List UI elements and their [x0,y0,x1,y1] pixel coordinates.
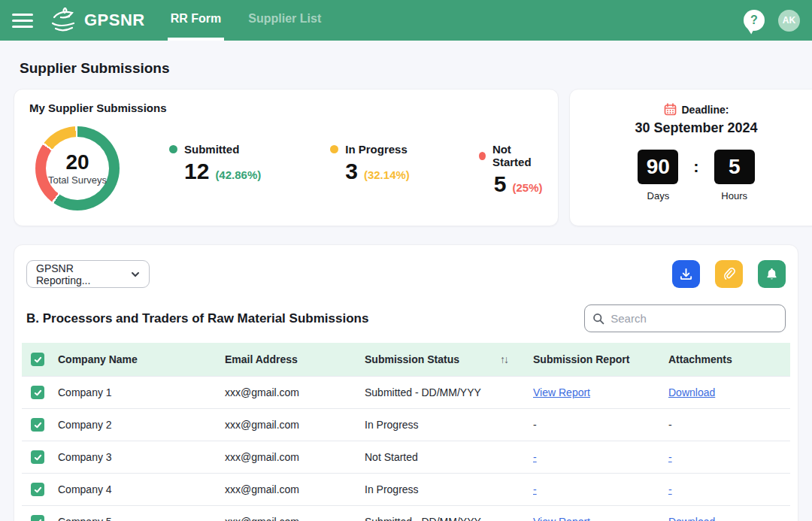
company-name-cell: Company 4 [52,474,219,506]
row-checkbox[interactable] [31,483,44,496]
table-header-row: Company Name Email Address Submission St… [22,343,790,377]
table-row: Company 1xxx@gmail.comSubmitted - DD/MM/… [22,377,790,409]
legend-count: 5 [494,173,507,195]
tab-supplier-list[interactable]: Supplier List [245,0,324,41]
download-button[interactable] [672,260,700,288]
row-checkbox[interactable] [31,386,44,399]
calendar-icon [664,103,677,116]
avatar[interactable]: AK [778,10,800,32]
submission-status-cell: In Progress [359,474,527,506]
page-title: Supplier Submissions [20,60,798,77]
row-checkbox[interactable] [31,450,44,464]
chevron-down-icon [131,270,140,279]
help-icon[interactable]: ? [744,10,765,31]
reporting-period-select[interactable]: GPSNR Reporting... [26,260,150,288]
toolbar-actions [672,260,786,288]
download-icon [679,267,693,281]
attachment-empty-value: - [668,419,672,431]
sort-icon[interactable]: ↑↓ [500,353,508,365]
row-select-cell [22,377,52,409]
row-select-cell [22,474,52,506]
deadline-label: Deadline: [682,104,729,116]
row-select-cell [22,409,52,441]
table-row: Company 5xxx@gmail.comSubmitted - DD/MM/… [22,506,790,521]
attachments-cell: - [662,441,790,474]
bell-icon [765,267,779,281]
page-content: Supplier Submissions My Supplier Submiss… [0,41,812,521]
legend-count: 3 [345,160,358,183]
company-name-cell: Company 2 [52,409,219,441]
submission-status-cell: In Progress [359,409,527,441]
countdown-separator: : [693,157,698,177]
table-row: Company 2xxx@gmail.comIn Progress-- [22,409,790,441]
submissions-table: Company Name Email Address Submission St… [22,343,790,521]
deadline-date: 30 September 2024 [582,120,811,136]
company-name-cell: Company 1 [52,377,219,409]
brand-logo: GPSNR [50,0,145,41]
legend-stat-in-progress: In Progress3(32.14%) [330,143,410,195]
notifications-button[interactable] [758,260,786,288]
countdown: 90 Days : 5 Hours [582,150,811,201]
select-all-checkbox[interactable] [31,353,44,366]
download-link[interactable]: - [668,483,672,495]
search-box [584,304,786,332]
legend-percent: (42.86%) [215,168,261,181]
days-value: 90 [638,150,678,184]
legend-label: Not Started [492,143,543,168]
submissions-card: GPSNR Reporting... [14,244,798,521]
submission-report-cell: - [527,441,662,474]
table-body: Company 1xxx@gmail.comSubmitted - DD/MM/… [22,377,790,521]
hamburger-menu-icon[interactable] [12,14,33,28]
tab-rr-form[interactable]: RR Form [168,0,225,41]
attachments-button[interactable] [715,260,743,288]
supplier-submissions-summary-card: My Supplier Submissions 20 Total Surveys… [14,89,559,226]
column-header-attachments[interactable]: Attachments [662,343,790,377]
column-header-email[interactable]: Email Address [219,343,359,377]
table-row: Company 4xxx@gmail.comIn Progress-- [22,474,790,506]
download-link[interactable]: Download [668,386,715,398]
view-report-link[interactable]: - [533,451,537,463]
legend-label: Submitted [184,143,239,156]
legend-stat-not-started: Not Started5(25%) [479,143,543,195]
download-link[interactable]: Download [668,516,715,521]
submission-report-cell: - [527,474,662,506]
legend-dot-icon [330,145,338,153]
row-select-cell [22,441,52,474]
donut-total-value: 20 [65,152,89,173]
submission-report-cell: View Report [527,377,662,409]
column-header-company[interactable]: Company Name [52,343,219,377]
attachments-cell: - [662,474,790,506]
hours-label: Hours [721,190,747,201]
report-empty-value: - [533,419,537,431]
email-cell: xxx@gmail.com [219,441,359,474]
brand-name: GPSNR [84,11,145,30]
toolbar: GPSNR Reporting... [22,260,790,288]
section-title: B. Processors and Traders of Raw Materia… [26,311,368,326]
company-name-cell: Company 3 [52,441,219,474]
deadline-card: Deadline: 30 September 2024 90 Days : 5 … [569,89,812,226]
search-input[interactable] [611,312,777,325]
column-header-report[interactable]: Submission Report [527,343,662,377]
section-row: B. Processors and Traders of Raw Materia… [22,304,790,332]
column-header-status[interactable]: Submission Status ↑↓ [359,343,527,377]
surveys-donut-chart: 20 Total Surveys [35,126,120,211]
paperclip-icon [722,267,736,281]
row-checkbox[interactable] [31,515,44,521]
legend-percent: (25%) [513,181,543,194]
submission-status-cell: Submitted - DD/MM/YYY [359,506,527,521]
days-label: Days [647,190,670,201]
hours-value: 5 [714,150,755,184]
app-header: GPSNR RR Form Supplier List ? AK [0,0,812,41]
download-link[interactable]: - [668,451,672,463]
view-report-link[interactable]: View Report [533,516,590,521]
submission-status-cell: Submitted - DD/MM/YYY [359,377,527,409]
view-report-link[interactable]: - [533,483,537,495]
nav-tabs: RR Form Supplier List [168,0,324,41]
submission-report-cell: - [527,409,662,441]
row-checkbox[interactable] [31,418,44,432]
view-report-link[interactable]: View Report [533,386,590,398]
reporting-period-value: GPSNR Reporting... [36,262,131,286]
legend-count: 12 [184,160,209,183]
email-cell: xxx@gmail.com [219,506,359,521]
email-cell: xxx@gmail.com [219,474,359,506]
